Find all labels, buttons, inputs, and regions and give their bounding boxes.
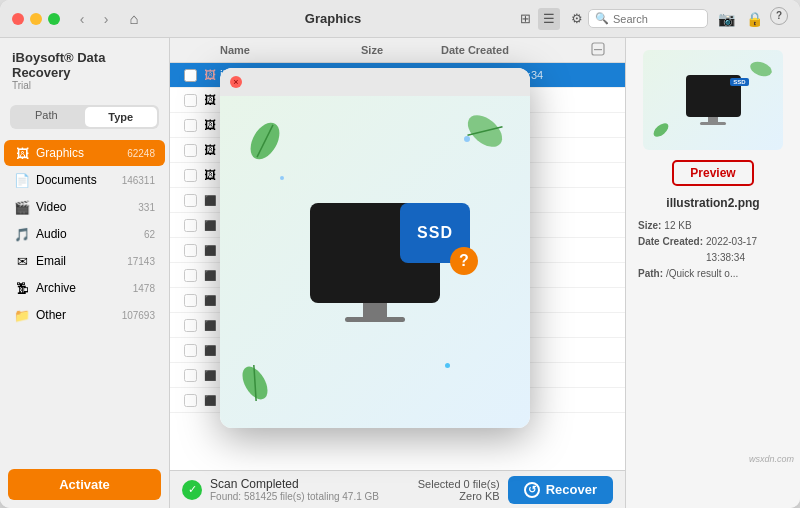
file-type-icon: 🖼 [200,168,220,182]
back-button[interactable]: ‹ [72,9,92,29]
file-checkbox[interactable] [180,244,200,257]
documents-icon: 📄 [14,172,30,188]
file-checkbox[interactable] [180,194,200,207]
maximize-button[interactable] [48,13,60,25]
popup-close-button[interactable] [230,76,242,88]
thumb-base [700,122,726,125]
leaf-decoration-tl [231,107,299,175]
file-checkbox[interactable] [180,219,200,232]
svg-rect-4 [184,119,196,131]
mac-stand [363,303,387,317]
preview-popup: SSD ? [220,68,530,428]
thumb-screen: SSD [686,75,741,117]
file-type-icon: 🖼 [200,143,220,157]
recover-button[interactable]: ↺ Recover [508,476,613,504]
sidebar-item-documents[interactable]: 📄 Documents 146311 [4,167,165,193]
email-count: 17143 [127,256,155,267]
sidebar-item-archive[interactable]: 🗜 Archive 1478 [4,275,165,301]
preview-button[interactable]: Preview [672,160,753,186]
other-icon: 📁 [14,307,30,323]
dot-decoration [280,176,284,180]
sidebar-item-graphics[interactable]: 🖼 Graphics 62248 [4,140,165,166]
date-meta-value: 2022-03-17 13:38:34 [706,234,788,266]
svg-rect-6 [184,169,196,181]
graphics-icon: 🖼 [14,145,30,161]
tab-path[interactable]: Path [10,105,83,129]
svg-rect-8 [184,219,196,231]
tab-type[interactable]: Type [85,107,158,127]
minimize-button[interactable] [30,13,42,25]
svg-rect-11 [184,294,196,306]
sidebar-item-video[interactable]: 🎬 Video 331 [4,194,165,220]
list-view-button[interactable]: ☰ [538,8,560,30]
svg-rect-7 [184,194,196,206]
archive-icon: 🗜 [14,280,30,296]
meta-date-row: Date Created: 2022-03-17 13:38:34 [638,234,788,266]
file-checkbox[interactable] [180,269,200,282]
window-title: Graphics [152,11,514,26]
help-icon[interactable]: ? [770,7,788,25]
forward-button[interactable]: › [96,9,116,29]
search-input[interactable] [613,13,703,25]
ssd-label: SSD [417,224,453,242]
dot-decoration [445,363,450,368]
svg-rect-15 [184,394,196,406]
svg-rect-9 [184,244,196,256]
leaf-decoration-tr [453,99,517,163]
camera-icon[interactable]: 📷 [714,7,738,31]
file-checkbox[interactable] [180,319,200,332]
recover-label: Recover [546,482,597,497]
thumb-ssd-badge: SSD [730,78,748,86]
home-icon[interactable]: ⌂ [124,9,144,29]
file-type-icon: ⬛ [200,345,220,356]
graphics-label: Graphics [36,146,121,160]
app-brand: iBoysoft® Data Recovery [12,50,157,80]
file-checkbox[interactable] [180,294,200,307]
activate-button[interactable]: Activate [8,469,161,500]
ssd-body: SSD ? [400,203,470,263]
preview-metadata: Size: 12 KB Date Created: 2022-03-17 13:… [638,218,788,282]
scan-status-sub: Found: 581425 file(s) totaling 47.1 GB [210,491,379,502]
name-col-header[interactable]: Name [220,44,361,56]
svg-rect-5 [184,144,196,156]
other-label: Other [36,308,116,322]
size-col-header[interactable]: Size [361,44,441,56]
meta-size-row: Size: 12 KB [638,218,788,234]
file-checkbox[interactable] [180,344,200,357]
close-button[interactable] [12,13,24,25]
nav-buttons: ‹ › [72,9,116,29]
file-type-icon: ⬛ [200,320,220,331]
documents-count: 146311 [122,175,155,186]
preview-thumbnail: SSD [643,50,783,150]
file-checkbox[interactable] [180,69,200,82]
dot-decoration [464,136,470,142]
file-type-icon: ⬛ [200,295,220,306]
sidebar-item-other[interactable]: 📁 Other 107693 [4,302,165,328]
archive-count: 1478 [133,283,155,294]
sidebar-item-audio[interactable]: 🎵 Audio 62 [4,221,165,247]
search-box: 🔍 [588,9,708,28]
thumb-leaf-2 [649,118,673,142]
other-count: 107693 [122,310,155,321]
svg-rect-1 [594,49,602,50]
file-area: Name Size Date Created 🖼 illustration2.p… [170,38,625,508]
popup-image-content: SSD ? [220,96,530,428]
svg-rect-12 [184,319,196,331]
view-toggle: ⊞ ☰ [514,8,560,30]
lock-icon[interactable]: 🔒 [742,7,766,31]
ssd-illustration: SSD ? [400,203,480,283]
file-checkbox[interactable] [180,119,200,132]
file-checkbox[interactable] [180,394,200,407]
file-checkbox[interactable] [180,369,200,382]
date-col-header[interactable]: Date Created [441,44,591,56]
file-checkbox[interactable] [180,169,200,182]
file-checkbox[interactable] [180,144,200,157]
path-meta-label: Path: [638,266,663,282]
ssd-question-mark: ? [450,247,478,275]
filter-icon[interactable]: ⚙ [566,8,588,30]
main-content: iBoysoft® Data Recovery Trial Path Type … [0,38,800,508]
grid-view-button[interactable]: ⊞ [514,8,536,30]
status-text-group: Scan Completed Found: 581425 file(s) tot… [210,477,379,502]
file-checkbox[interactable] [180,94,200,107]
sidebar-item-email[interactable]: ✉ Email 17143 [4,248,165,274]
